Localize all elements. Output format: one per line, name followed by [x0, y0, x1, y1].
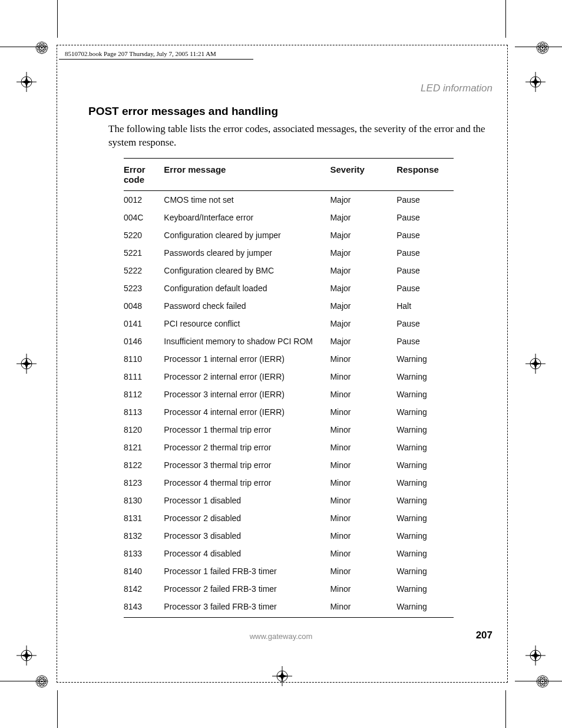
cell-message: Processor 1 disabled: [164, 492, 330, 509]
crop-line: [57, 0, 58, 38]
cell-severity: Major: [330, 262, 396, 279]
cell-code: 8133: [124, 545, 164, 562]
cell-response: Warning: [396, 403, 454, 421]
cell-message: Processor 2 internal error (IERR): [164, 368, 330, 386]
cell-severity: Minor: [330, 368, 396, 386]
cell-message: Configuration cleared by BMC: [164, 262, 330, 279]
cell-response: Warning: [396, 545, 454, 562]
spirograph-icon: [35, 41, 48, 54]
cell-response: Warning: [396, 527, 454, 545]
cell-message: Processor 2 disabled: [164, 509, 330, 527]
cell-code: 5221: [124, 244, 164, 262]
crop-line: [505, 0, 506, 38]
table-row: 8111Processor 2 internal error (IERR)Min…: [124, 368, 454, 386]
cell-severity: Major: [330, 332, 396, 350]
cell-code: 5223: [124, 279, 164, 297]
cell-code: 8120: [124, 421, 164, 439]
cell-response: Warning: [396, 439, 454, 456]
table-row: 0048Password check failedMajorHalt: [124, 297, 454, 315]
registration-mark-icon: [525, 354, 546, 374]
table-row: 8133Processor 4 disabledMinorWarning: [124, 545, 454, 562]
cell-severity: Major: [330, 279, 396, 297]
cell-message: Configuration cleared by jumper: [164, 226, 330, 244]
cell-response: Warning: [396, 421, 454, 439]
table-row: 8113Processor 4 internal error (IERR)Min…: [124, 403, 454, 421]
cell-code: 8121: [124, 439, 164, 456]
page-number: 207: [476, 630, 492, 641]
cell-severity: Minor: [330, 439, 396, 456]
cell-message: Configuration default loaded: [164, 279, 330, 297]
table-row: 8143Processor 3 failed FRB-3 timerMinorW…: [124, 598, 454, 618]
cell-message: Processor 1 failed FRB-3 timer: [164, 562, 330, 580]
cell-response: Pause: [396, 226, 454, 244]
table-row: 004CKeyboard/Interface errorMajorPause: [124, 209, 454, 226]
spirograph-icon: [536, 675, 549, 688]
cell-message: Processor 3 thermal trip error: [164, 456, 330, 474]
table-row: 0012CMOS time not setMajorPause: [124, 190, 454, 209]
cell-code: 8122: [124, 456, 164, 474]
th-error-message: Error message: [164, 158, 330, 190]
table-row: 0146Insufficient memory to shadow PCI RO…: [124, 332, 454, 350]
cell-code: 004C: [124, 209, 164, 226]
table-row: 5220Configuration cleared by jumperMajor…: [124, 226, 454, 244]
cell-code: 8143: [124, 598, 164, 618]
cell-code: 8112: [124, 386, 164, 403]
table-row: 5222Configuration cleared by BMCMajorPau…: [124, 262, 454, 279]
error-table: Errorcode Error message Severity Respons…: [124, 158, 454, 618]
cell-severity: Major: [330, 209, 396, 226]
cell-message: Processor 3 disabled: [164, 527, 330, 545]
cell-code: 8142: [124, 580, 164, 598]
cell-severity: Minor: [330, 474, 396, 492]
registration-mark-icon: [16, 645, 37, 666]
cell-code: 8130: [124, 492, 164, 509]
cell-code: 8123: [124, 474, 164, 492]
cell-response: Warning: [396, 456, 454, 474]
cell-severity: Minor: [330, 527, 396, 545]
table-row: 8112Processor 3 internal error (IERR)Min…: [124, 386, 454, 403]
cell-severity: Major: [330, 315, 396, 332]
registration-mark-icon: [16, 354, 37, 374]
cell-message: Processor 1 internal error (IERR): [164, 350, 330, 368]
table-row: 8142Processor 2 failed FRB-3 timerMinorW…: [124, 580, 454, 598]
cell-response: Warning: [396, 562, 454, 580]
table-row: 0141PCI resource conflictMajorPause: [124, 315, 454, 332]
cell-response: Pause: [396, 209, 454, 226]
cell-code: 8113: [124, 403, 164, 421]
registration-mark-icon: [16, 72, 37, 92]
table-row: 8122Processor 3 thermal trip errorMinorW…: [124, 456, 454, 474]
crop-line: [57, 690, 58, 728]
table-row: 5223Configuration default loadedMajorPau…: [124, 279, 454, 297]
cell-response: Pause: [396, 332, 454, 350]
cell-code: 0012: [124, 190, 164, 209]
cell-code: 8140: [124, 562, 164, 580]
cell-response: Pause: [396, 190, 454, 209]
table-row: 8130Processor 1 disabledMinorWarning: [124, 492, 454, 509]
cell-response: Pause: [396, 315, 454, 332]
cell-severity: Minor: [330, 562, 396, 580]
section-heading: POST error messages and handling: [88, 105, 501, 118]
cell-severity: Minor: [330, 580, 396, 598]
table-row: 5221Passwords cleared by jumperMajorPaus…: [124, 244, 454, 262]
cell-severity: Minor: [330, 492, 396, 509]
table-row: 8120Processor 1 thermal trip errorMinorW…: [124, 421, 454, 439]
cell-code: 5220: [124, 226, 164, 244]
table-row: 8123Processor 4 thermal trip errorMinorW…: [124, 474, 454, 492]
cell-response: Halt: [396, 297, 454, 315]
cell-severity: Minor: [330, 386, 396, 403]
table-row: 8132Processor 3 disabledMinorWarning: [124, 527, 454, 545]
cell-code: 8132: [124, 527, 164, 545]
cell-message: Processor 4 internal error (IERR): [164, 403, 330, 421]
cell-severity: Minor: [330, 456, 396, 474]
cell-severity: Minor: [330, 509, 396, 527]
cell-message: Password check failed: [164, 297, 330, 315]
table-row: 8121Processor 2 thermal trip errorMinorW…: [124, 439, 454, 456]
page-content: POST error messages and handling The fol…: [88, 105, 501, 618]
table-row: 8110Processor 1 internal error (IERR)Min…: [124, 350, 454, 368]
cell-severity: Major: [330, 244, 396, 262]
cell-response: Warning: [396, 492, 454, 509]
cell-response: Warning: [396, 598, 454, 618]
th-severity: Severity: [330, 158, 396, 190]
cell-severity: Minor: [330, 545, 396, 562]
cell-message: Keyboard/Interface error: [164, 209, 330, 226]
cell-response: Warning: [396, 509, 454, 527]
